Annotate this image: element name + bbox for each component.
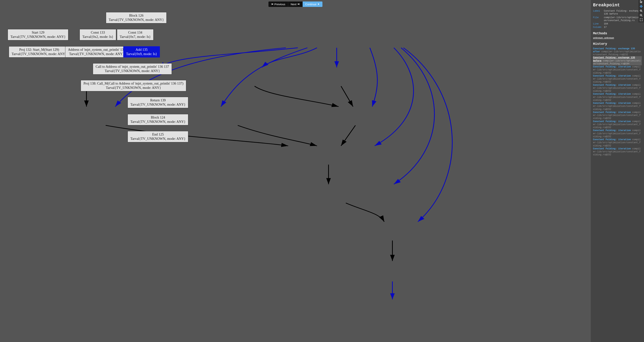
previous-label: Previous xyxy=(274,2,285,6)
view-toolstrip xyxy=(638,0,644,22)
bp-line-key: Line xyxy=(593,22,602,25)
history-item-title: Constant Folding: iteration xyxy=(593,65,631,68)
skip-forward-icon xyxy=(298,2,300,6)
move-tool[interactable] xyxy=(638,4,644,9)
history-item[interactable]: Constant Folding: iteration compiler-lib… xyxy=(593,120,642,129)
bp-label-row: Label Constant Folding: exchange 135 bef… xyxy=(593,9,642,16)
history-item[interactable]: Constant Folding: exchange 135 before co… xyxy=(593,56,642,65)
node-const-133[interactable]: Const 133 Tarval{0x2, mode: Is} xyxy=(80,29,116,40)
graph-canvas[interactable]: Previous Next Continue xyxy=(0,0,591,342)
node-end-125[interactable]: End 125 Tarval{TV_UNKNOWN, mode: ANY} xyxy=(128,131,188,142)
next-button[interactable]: Next xyxy=(288,1,302,7)
pointer-tool[interactable] xyxy=(638,0,644,4)
history-item-title: Constant Folding: iteration xyxy=(593,93,631,95)
skip-back-icon xyxy=(271,2,273,6)
breakpoint-heading: Breakpoint xyxy=(593,2,642,8)
zoom-out-icon xyxy=(640,14,643,17)
node-return-139[interactable]: Return 139 Tarval{TV_UNKNOWN, mode: ANY} xyxy=(128,97,188,108)
move-icon xyxy=(640,5,643,8)
zoom-in-tool[interactable] xyxy=(638,9,644,13)
node-block-124[interactable]: Block 124 Tarval{TV_UNKNOWN, mode: ANY} xyxy=(128,114,188,125)
history-item[interactable]: Constant Folding: iteration compiler-lib… xyxy=(593,65,642,74)
history-item-title: Constant Folding: iteration xyxy=(593,84,631,86)
history-item-path: compiler-lib/src/optimization/constant_f… xyxy=(593,50,641,56)
bp-label-key: Label xyxy=(593,9,602,16)
bp-file-val: compiler-lib/src/optimization/constant_f… xyxy=(604,16,642,22)
node-start-129[interactable]: Start 129 Tarval{TV_UNKNOWN, mode: ANY} xyxy=(8,29,68,40)
methods-heading: Methods xyxy=(593,31,642,35)
history-item-title: Constant Folding: iteration xyxy=(593,138,631,141)
history-item[interactable]: Constant Folding: iteration compiler-lib… xyxy=(593,129,642,138)
playback-toolbar: Previous Next Continue xyxy=(268,1,322,7)
fit-icon xyxy=(640,18,643,22)
continue-button[interactable]: Continue xyxy=(302,1,322,7)
node-proj-132[interactable]: Proj 132: Start_M(Start 129) Tarval{TV_U… xyxy=(9,46,70,57)
cursor-icon xyxy=(640,0,643,4)
node-const-134[interactable]: Const 134 Tarval{0x7, mode: Is} xyxy=(117,29,154,40)
history-item[interactable]: Constant Folding: iteration compiler-lib… xyxy=(593,138,642,147)
history-item[interactable]: Constant Folding: iteration compiler-lib… xyxy=(593,84,642,93)
node-call-137[interactable]: Call to Address of 'mjrt_system_out_prin… xyxy=(93,63,172,74)
history-list: Constant Folding: exchange 135 after com… xyxy=(593,47,642,156)
history-item-title: Constant Folding: iteration xyxy=(593,129,631,132)
bp-column-val: 17 xyxy=(604,26,607,29)
history-item[interactable]: Constant Folding: iteration compiler-lib… xyxy=(593,74,642,84)
zoom-out-tool[interactable] xyxy=(638,13,644,18)
bp-file-row: File compiler-lib/src/optimization/const… xyxy=(593,16,642,22)
bp-line-val: 184 xyxy=(604,22,608,25)
history-heading: History xyxy=(593,42,642,46)
bp-column-key: Column xyxy=(593,26,602,29)
history-item[interactable]: Constant Folding: iteration compiler-lib… xyxy=(593,111,642,120)
fit-tool[interactable] xyxy=(638,18,644,22)
bp-column-row: Column 17 xyxy=(593,26,642,29)
history-item-title: Constant Folding: iteration xyxy=(593,111,631,114)
bp-label-val: Constant Folding: exchange 135 before xyxy=(604,9,642,16)
history-item[interactable]: Constant Folding: iteration compiler-lib… xyxy=(593,102,642,111)
next-label: Next xyxy=(290,2,296,6)
bp-file-key: File xyxy=(593,16,602,22)
history-item-title: Constant Folding: iteration xyxy=(593,147,631,150)
previous-button[interactable]: Previous xyxy=(268,1,288,7)
node-add-135[interactable]: Add 135 Tarval{0x9, mode: Is} xyxy=(123,46,160,57)
methods-list: unknown.unknown xyxy=(593,37,642,39)
method-link[interactable]: unknown.unknown xyxy=(593,37,642,39)
sidebar: Breakpoint Label Constant Folding: excha… xyxy=(591,0,644,342)
history-item[interactable]: Constant Folding: iteration compiler-lib… xyxy=(593,147,642,156)
zoom-in-icon xyxy=(640,9,643,13)
history-item-title: Constant Folding: iteration xyxy=(593,102,631,104)
bp-line-row: Line 184 xyxy=(593,22,642,25)
history-item[interactable]: Constant Folding: exchange 135 after com… xyxy=(593,47,642,56)
history-item[interactable]: Constant Folding: iteration compiler-lib… xyxy=(593,93,642,102)
node-proj-138[interactable]: Proj 138: Call_M(Call to Address of 'mjr… xyxy=(81,80,186,91)
history-item-title: Constant Folding: iteration xyxy=(593,120,631,123)
continue-label: Continue xyxy=(305,2,316,6)
play-icon xyxy=(318,2,320,6)
node-block-126[interactable]: Block 126 Tarval{TV_UNKNOWN, mode: ANY} xyxy=(106,12,166,23)
node-addr-136[interactable]: Address of 'mjrt_system_out_println' 136… xyxy=(65,46,128,57)
history-item-title: Constant Folding: iteration xyxy=(593,75,631,77)
